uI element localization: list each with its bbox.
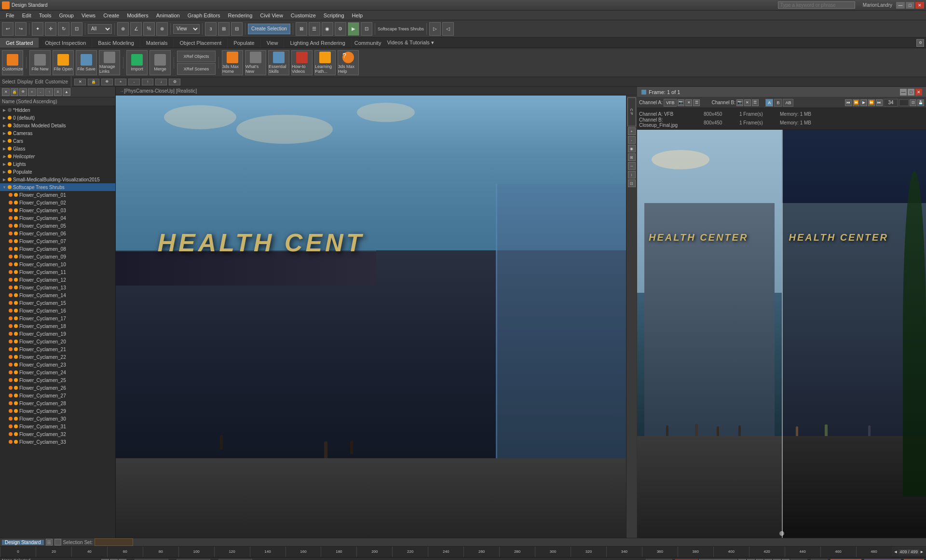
play-prev-btn[interactable]: ⏪: [853, 99, 859, 106]
tree-item-flower-29[interactable]: Flower_Cyclamen_29: [0, 407, 115, 415]
file-new-btn[interactable]: File New: [29, 50, 51, 75]
tree-item-flower-33[interactable]: Flower_Cyclamen_33: [0, 438, 115, 446]
se-close-btn[interactable]: ✕: [2, 88, 10, 96]
tree-item-flower-27[interactable]: Flower_Cyclamen_27: [0, 392, 115, 399]
render-divider[interactable]: [782, 130, 783, 538]
timeline-container[interactable]: 0 20 40 60 80 100 120 140 160 180 200 22…: [0, 546, 892, 557]
tb-material[interactable]: ◉: [322, 22, 333, 36]
tab-basic-modeling[interactable]: Basic Modeling: [92, 38, 140, 48]
tree-item-hidden[interactable]: ▶ *Hidden: [0, 106, 115, 114]
minimize-button[interactable]: —: [896, 2, 905, 9]
menu-rendering[interactable]: Rendering: [224, 12, 257, 19]
tab-lighting[interactable]: Lighting And Rendering: [284, 38, 351, 48]
menu-help[interactable]: Help: [348, 12, 367, 19]
tb-snap[interactable]: ⊕: [117, 22, 129, 36]
select-label[interactable]: Select: [2, 79, 15, 84]
tb-move[interactable]: ✛: [45, 22, 56, 36]
tab-materials[interactable]: Materials: [140, 38, 174, 48]
se-sort-btn[interactable]: ▲: [63, 88, 70, 96]
menu-views[interactable]: Views: [78, 12, 99, 19]
3dsmax-help-btn[interactable]: ? 3ds Max Help: [338, 50, 359, 75]
se-add-btn[interactable]: +: [28, 88, 36, 96]
tree-item-flower-25[interactable]: Flower_Cyclamen_25: [0, 376, 115, 384]
tree-item-flower-23[interactable]: Flower_Cyclamen_23: [0, 361, 115, 369]
tree-item-lights[interactable]: ▶ Lights: [0, 160, 115, 168]
manage-links-btn[interactable]: Manage Links: [99, 50, 120, 75]
tb-render-setup[interactable]: ⚙: [335, 22, 346, 36]
tree-item-flower-06[interactable]: Flower_Cyclamen_06: [0, 230, 115, 237]
menu-civil-view[interactable]: Civil View: [256, 12, 286, 19]
vp-minus-btn[interactable]: -: [128, 79, 140, 85]
render-maximize-btn[interactable]: □: [908, 89, 914, 96]
vp-rt-btn-8[interactable]: ⊡: [628, 179, 636, 187]
vp-rt-btn-4[interactable]: ◉: [628, 145, 636, 152]
tb-layer[interactable]: ☰: [309, 22, 320, 36]
close-button[interactable]: ✕: [915, 2, 924, 9]
tb-render[interactable]: ▶: [348, 22, 359, 36]
tb-select[interactable]: ✦: [32, 22, 43, 36]
vp-rt-btn-5[interactable]: ⊞: [628, 153, 636, 161]
menu-tools[interactable]: Tools: [35, 12, 55, 19]
menu-modifiers[interactable]: Modifiers: [123, 12, 152, 19]
tree-item-flower-18[interactable]: Flower_Cyclamen_18: [0, 322, 115, 330]
tree-item-flower-22[interactable]: Flower_Cyclamen_22: [0, 353, 115, 361]
channel-b-icon3[interactable]: ☰: [752, 99, 759, 106]
display-label[interactable]: Display: [17, 79, 33, 84]
channel-a-icon2[interactable]: ✕: [685, 99, 692, 106]
tb-view-left[interactable]: ◁: [442, 22, 454, 36]
tree-item-flower-07[interactable]: Flower_Cyclamen_07: [0, 237, 115, 245]
se-lock-btn[interactable]: 🔒: [11, 88, 18, 96]
tree-item-flower-04[interactable]: Flower_Cyclamen_04: [0, 214, 115, 222]
menu-create[interactable]: Create: [99, 12, 123, 19]
edit-label[interactable]: Edit: [35, 79, 43, 84]
tb-3d-snap[interactable]: 3: [205, 22, 217, 36]
tree-item-flower-05[interactable]: Flower_Cyclamen_05: [0, 222, 115, 230]
render-minimize-btn[interactable]: —: [900, 89, 907, 96]
menu-graph-editors[interactable]: Graph Editors: [184, 12, 224, 19]
tb-view-right[interactable]: ▷: [429, 22, 441, 36]
tb-percent[interactable]: %: [143, 22, 155, 36]
tab-populate[interactable]: Populate: [228, 38, 260, 48]
menu-customize[interactable]: Customize: [287, 12, 320, 19]
menu-scripting[interactable]: Scripting: [320, 12, 348, 19]
tree-item-flower-03[interactable]: Flower_Cyclamen_03: [0, 206, 115, 214]
tb-align[interactable]: ⊠: [296, 22, 307, 36]
vp-rt-btn-6[interactable]: ↔: [628, 162, 636, 170]
customize-btn[interactable]: Customize: [2, 50, 23, 75]
tree-item-flower-31[interactable]: Flower_Cyclamen_31: [0, 423, 115, 430]
tree-item-flower-24[interactable]: Flower_Cyclamen_24: [0, 369, 115, 376]
vp-rt-btn-7[interactable]: ↕: [628, 171, 636, 178]
channel-a-icon1[interactable]: 📷: [678, 99, 684, 106]
tree-item-cars[interactable]: ▶ Cars: [0, 137, 115, 145]
tree-item-flower-12[interactable]: Flower_Cyclamen_12: [0, 276, 115, 284]
tree-item-flower-32[interactable]: Flower_Cyclamen_32: [0, 430, 115, 438]
menu-edit[interactable]: Edit: [18, 12, 35, 19]
play-btn[interactable]: ▶: [860, 99, 867, 106]
file-open-btn[interactable]: File Open: [53, 50, 74, 75]
channel-a-vfb-btn[interactable]: VFB: [664, 99, 677, 107]
render-close-btn[interactable]: ✕: [915, 89, 922, 96]
xref-scenes-btn[interactable]: XRef Scenes: [177, 63, 216, 75]
tree-item-flower-08[interactable]: Flower_Cyclamen_08: [0, 245, 115, 253]
merge-btn[interactable]: Merge: [150, 50, 171, 75]
tree-item-default[interactable]: ▶ 0 (default): [0, 114, 115, 122]
xref-objects-btn[interactable]: XRef Objects: [177, 51, 216, 62]
tb-undo[interactable]: ↩: [2, 22, 14, 36]
vp-plus-btn[interactable]: +: [115, 79, 126, 85]
vp-rt-btn-1[interactable]: C P: [627, 97, 636, 126]
view-dropdown[interactable]: View: [173, 24, 200, 34]
create-selection-button[interactable]: Create Selection: [248, 24, 290, 34]
import-btn[interactable]: Import: [126, 50, 148, 75]
tb-redo[interactable]: ↪: [15, 22, 27, 36]
whats-new-btn[interactable]: What's New: [245, 50, 266, 75]
channel-b-icon1[interactable]: 📷: [736, 99, 743, 106]
tree-item-flower-13[interactable]: Flower_Cyclamen_13: [0, 284, 115, 291]
menu-group[interactable]: Group: [55, 12, 78, 19]
vp-down-btn[interactable]: ↓: [155, 79, 167, 85]
tree-item-flower-30[interactable]: Flower_Cyclamen_30: [0, 415, 115, 423]
tree-item-flower-02[interactable]: Flower_Cyclamen_02: [0, 199, 115, 206]
vp-eye-btn[interactable]: 👁: [101, 79, 113, 85]
se-remove-btn[interactable]: -: [37, 88, 44, 96]
tree-item-modeled-details[interactable]: ▶ 3dsmax Modeled Details: [0, 122, 115, 129]
how-to-btn[interactable]: How-to Videos: [291, 50, 313, 75]
